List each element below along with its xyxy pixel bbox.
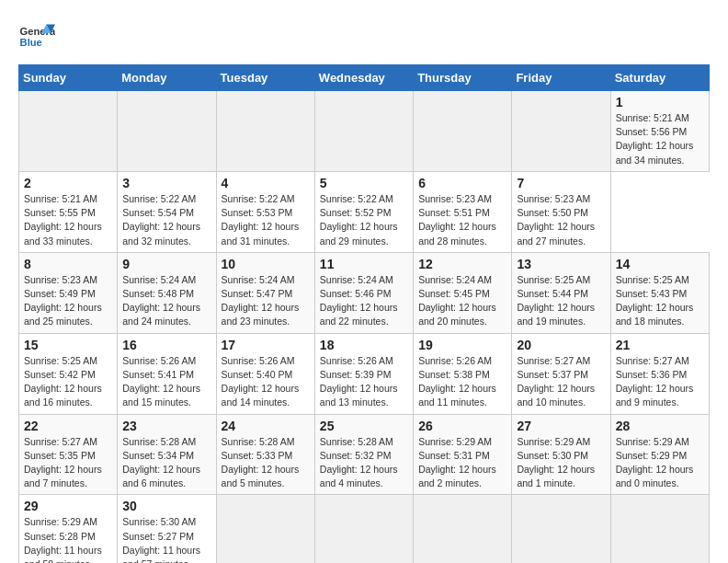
- calendar-cell: [314, 91, 413, 172]
- calendar-cell: 12 Sunrise: 5:24 AM Sunset: 5:45 PM Dayl…: [414, 252, 512, 333]
- day-number: 6: [418, 176, 506, 190]
- day-info: Sunrise: 5:30 AM Sunset: 5:27 PM Dayligh…: [122, 515, 210, 563]
- day-info: Sunrise: 5:24 AM Sunset: 5:47 PM Dayligh…: [222, 273, 310, 329]
- calendar-cell: [512, 495, 610, 563]
- day-info: Sunrise: 5:23 AM Sunset: 5:50 PM Dayligh…: [517, 192, 605, 248]
- calendar-cell: 8 Sunrise: 5:23 AM Sunset: 5:49 PM Dayli…: [19, 252, 118, 333]
- day-info: Sunrise: 5:22 AM Sunset: 5:54 PM Dayligh…: [122, 192, 210, 248]
- day-info: Sunrise: 5:21 AM Sunset: 5:55 PM Dayligh…: [24, 192, 112, 248]
- day-number: 18: [320, 338, 408, 352]
- calendar-cell: 23 Sunrise: 5:28 AM Sunset: 5:34 PM Dayl…: [118, 414, 216, 495]
- day-info: Sunrise: 5:21 AM Sunset: 5:56 PM Dayligh…: [616, 111, 704, 167]
- day-info: Sunrise: 5:25 AM Sunset: 5:42 PM Dayligh…: [24, 354, 112, 410]
- calendar-cell: 2 Sunrise: 5:21 AM Sunset: 5:55 PM Dayli…: [19, 171, 118, 252]
- day-info: Sunrise: 5:24 AM Sunset: 5:46 PM Dayligh…: [320, 273, 408, 329]
- day-info: Sunrise: 5:26 AM Sunset: 5:38 PM Dayligh…: [418, 354, 506, 410]
- day-number: 28: [616, 419, 704, 433]
- col-header-sunday: Sunday: [19, 65, 118, 91]
- day-info: Sunrise: 5:28 AM Sunset: 5:34 PM Dayligh…: [122, 435, 210, 491]
- day-info: Sunrise: 5:27 AM Sunset: 5:37 PM Dayligh…: [517, 354, 605, 410]
- day-info: Sunrise: 5:24 AM Sunset: 5:48 PM Dayligh…: [122, 273, 210, 329]
- calendar-cell: 16 Sunrise: 5:26 AM Sunset: 5:41 PM Dayl…: [118, 333, 216, 414]
- calendar-cell: 26 Sunrise: 5:29 AM Sunset: 5:31 PM Dayl…: [414, 414, 512, 495]
- day-number: 16: [122, 338, 210, 352]
- calendar-cell: [216, 91, 314, 172]
- col-header-thursday: Thursday: [414, 65, 512, 91]
- col-header-monday: Monday: [118, 65, 216, 91]
- day-info: Sunrise: 5:23 AM Sunset: 5:49 PM Dayligh…: [24, 273, 112, 329]
- day-info: Sunrise: 5:29 AM Sunset: 5:31 PM Dayligh…: [418, 435, 506, 491]
- calendar-cell: [19, 91, 118, 172]
- calendar-cell: 15 Sunrise: 5:25 AM Sunset: 5:42 PM Dayl…: [19, 333, 118, 414]
- day-number: 23: [122, 419, 210, 433]
- logo: General Blue: [18, 18, 59, 55]
- day-number: 5: [320, 176, 408, 190]
- calendar-cell: 21 Sunrise: 5:27 AM Sunset: 5:36 PM Dayl…: [610, 333, 709, 414]
- calendar-cell: 11 Sunrise: 5:24 AM Sunset: 5:46 PM Dayl…: [314, 252, 413, 333]
- calendar-cell: [118, 91, 216, 172]
- page-header: General Blue: [18, 18, 710, 55]
- logo-icon: General Blue: [18, 18, 55, 55]
- day-number: 15: [24, 338, 112, 352]
- day-number: 26: [418, 419, 506, 433]
- day-info: Sunrise: 5:29 AM Sunset: 5:30 PM Dayligh…: [517, 435, 605, 491]
- day-info: Sunrise: 5:23 AM Sunset: 5:51 PM Dayligh…: [418, 192, 506, 248]
- col-header-tuesday: Tuesday: [216, 65, 314, 91]
- day-number: 11: [320, 257, 408, 271]
- day-info: Sunrise: 5:22 AM Sunset: 5:52 PM Dayligh…: [320, 192, 408, 248]
- calendar-cell: 1 Sunrise: 5:21 AM Sunset: 5:56 PM Dayli…: [610, 91, 709, 172]
- day-number: 24: [222, 419, 310, 433]
- day-info: Sunrise: 5:26 AM Sunset: 5:40 PM Dayligh…: [222, 354, 310, 410]
- day-info: Sunrise: 5:26 AM Sunset: 5:39 PM Dayligh…: [320, 354, 408, 410]
- day-number: 9: [122, 257, 210, 271]
- calendar-cell: 30 Sunrise: 5:30 AM Sunset: 5:27 PM Dayl…: [118, 495, 216, 563]
- calendar-cell: 4 Sunrise: 5:22 AM Sunset: 5:53 PM Dayli…: [216, 171, 314, 252]
- calendar-cell: 6 Sunrise: 5:23 AM Sunset: 5:51 PM Dayli…: [414, 171, 512, 252]
- day-info: Sunrise: 5:27 AM Sunset: 5:35 PM Dayligh…: [24, 435, 112, 491]
- day-number: 25: [320, 419, 408, 433]
- day-number: 19: [418, 338, 506, 352]
- calendar-cell: 18 Sunrise: 5:26 AM Sunset: 5:39 PM Dayl…: [314, 333, 413, 414]
- day-info: Sunrise: 5:24 AM Sunset: 5:45 PM Dayligh…: [418, 273, 506, 329]
- calendar-cell: 22 Sunrise: 5:27 AM Sunset: 5:35 PM Dayl…: [19, 414, 118, 495]
- day-number: 27: [517, 419, 605, 433]
- day-info: Sunrise: 5:28 AM Sunset: 5:33 PM Dayligh…: [222, 435, 310, 491]
- calendar-cell: 10 Sunrise: 5:24 AM Sunset: 5:47 PM Dayl…: [216, 252, 314, 333]
- calendar-cell: 20 Sunrise: 5:27 AM Sunset: 5:37 PM Dayl…: [512, 333, 610, 414]
- calendar-cell: 24 Sunrise: 5:28 AM Sunset: 5:33 PM Dayl…: [216, 414, 314, 495]
- calendar-cell: 25 Sunrise: 5:28 AM Sunset: 5:32 PM Dayl…: [314, 414, 413, 495]
- day-number: 1: [616, 95, 704, 109]
- calendar-cell: [414, 495, 512, 563]
- day-number: 2: [24, 176, 112, 190]
- day-number: 7: [517, 176, 605, 190]
- day-number: 12: [418, 257, 506, 271]
- day-number: 20: [517, 338, 605, 352]
- calendar-cell: [314, 495, 413, 563]
- day-number: 8: [24, 257, 112, 271]
- col-header-wednesday: Wednesday: [314, 65, 413, 91]
- day-number: 22: [24, 419, 112, 433]
- calendar-cell: [414, 91, 512, 172]
- day-info: Sunrise: 5:27 AM Sunset: 5:36 PM Dayligh…: [616, 354, 704, 410]
- day-number: 21: [616, 338, 704, 352]
- day-info: Sunrise: 5:25 AM Sunset: 5:43 PM Dayligh…: [616, 273, 704, 329]
- col-header-friday: Friday: [512, 65, 610, 91]
- day-number: 3: [122, 176, 210, 190]
- day-info: Sunrise: 5:28 AM Sunset: 5:32 PM Dayligh…: [320, 435, 408, 491]
- calendar-cell: 14 Sunrise: 5:25 AM Sunset: 5:43 PM Dayl…: [610, 252, 709, 333]
- calendar-cell: 27 Sunrise: 5:29 AM Sunset: 5:30 PM Dayl…: [512, 414, 610, 495]
- day-number: 10: [222, 257, 310, 271]
- calendar-cell: 7 Sunrise: 5:23 AM Sunset: 5:50 PM Dayli…: [512, 171, 610, 252]
- calendar-cell: 13 Sunrise: 5:25 AM Sunset: 5:44 PM Dayl…: [512, 252, 610, 333]
- svg-text:Blue: Blue: [20, 37, 42, 48]
- day-info: Sunrise: 5:25 AM Sunset: 5:44 PM Dayligh…: [517, 273, 605, 329]
- day-info: Sunrise: 5:22 AM Sunset: 5:53 PM Dayligh…: [222, 192, 310, 248]
- day-number: 13: [517, 257, 605, 271]
- calendar-cell: 19 Sunrise: 5:26 AM Sunset: 5:38 PM Dayl…: [414, 333, 512, 414]
- day-number: 17: [222, 338, 310, 352]
- calendar-cell: 5 Sunrise: 5:22 AM Sunset: 5:52 PM Dayli…: [314, 171, 413, 252]
- calendar-table: SundayMondayTuesdayWednesdayThursdayFrid…: [18, 64, 710, 563]
- day-info: Sunrise: 5:29 AM Sunset: 5:29 PM Dayligh…: [616, 435, 704, 491]
- calendar-cell: [512, 91, 610, 172]
- calendar-cell: 9 Sunrise: 5:24 AM Sunset: 5:48 PM Dayli…: [118, 252, 216, 333]
